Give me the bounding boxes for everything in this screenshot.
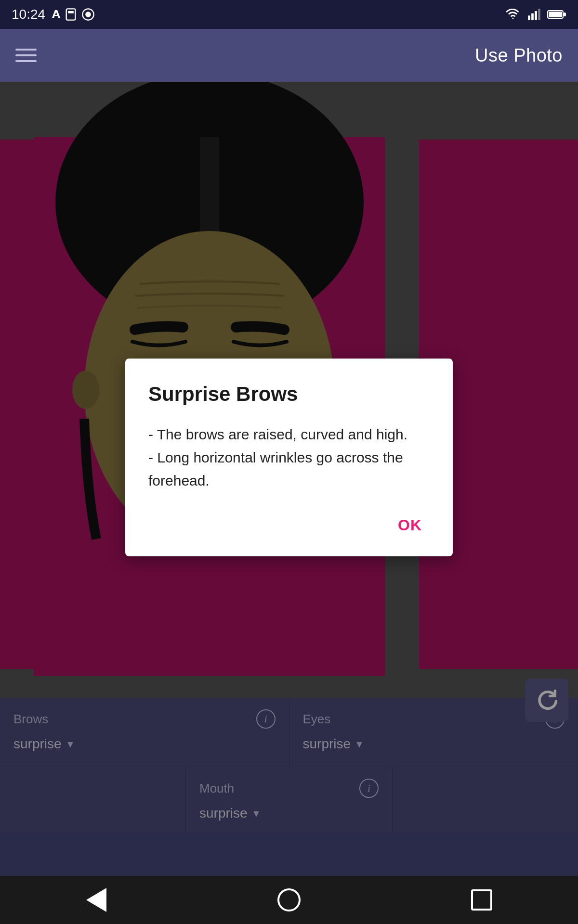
status-bar-right: [505, 8, 566, 21]
app-bar: Use Photo: [0, 29, 578, 82]
wifi-icon: [505, 8, 521, 21]
dialog-body-line2: - Long horizontal wrinkles go across the…: [148, 446, 430, 492]
recent-icon: [471, 889, 492, 911]
hamburger-line-3: [15, 60, 37, 62]
battery-icon: [547, 9, 566, 20]
status-bar-left: 10:24 𝗔: [12, 7, 95, 22]
home-icon: [277, 888, 301, 911]
back-icon: [86, 888, 106, 912]
main-content: Brows i surprise ▾ Eyes i surprise ▾: [0, 82, 578, 833]
recent-button[interactable]: [462, 881, 501, 919]
dialog-actions: OK: [148, 512, 430, 539]
home-button[interactable]: [270, 881, 308, 919]
dialog: Surprise Brows - The brows are raised, c…: [125, 359, 453, 556]
svg-rect-6: [535, 11, 537, 20]
status-time: 10:24: [12, 7, 45, 22]
svg-rect-9: [549, 12, 562, 17]
status-icons: 𝗔: [52, 8, 95, 21]
back-button[interactable]: [77, 881, 116, 919]
ok-button[interactable]: OK: [390, 512, 430, 539]
hamburger-line-2: [15, 54, 37, 56]
svg-rect-7: [538, 9, 540, 20]
svg-rect-10: [564, 13, 566, 16]
dialog-title: Surprise Brows: [148, 383, 430, 406]
dialog-overlay: Surprise Brows - The brows are raised, c…: [0, 82, 578, 833]
svg-rect-5: [531, 13, 534, 20]
use-photo-button[interactable]: Use Photo: [475, 45, 563, 66]
svg-point-3: [85, 12, 91, 17]
signal-icon: [526, 8, 542, 21]
app-icon-a: 𝗔: [52, 8, 60, 21]
sim-icon: [64, 8, 78, 21]
svg-rect-1: [68, 11, 74, 13]
dialog-body-line1: - The brows are raised, curved and high.: [148, 423, 430, 446]
status-bar: 10:24 𝗔: [0, 0, 578, 29]
hamburger-icon[interactable]: [15, 49, 37, 62]
nav-bar: [0, 876, 578, 924]
record-icon: [81, 8, 95, 21]
svg-rect-0: [66, 9, 76, 20]
hamburger-line-1: [15, 49, 37, 51]
svg-rect-4: [528, 15, 530, 20]
dialog-body: - The brows are raised, curved and high.…: [148, 423, 430, 492]
